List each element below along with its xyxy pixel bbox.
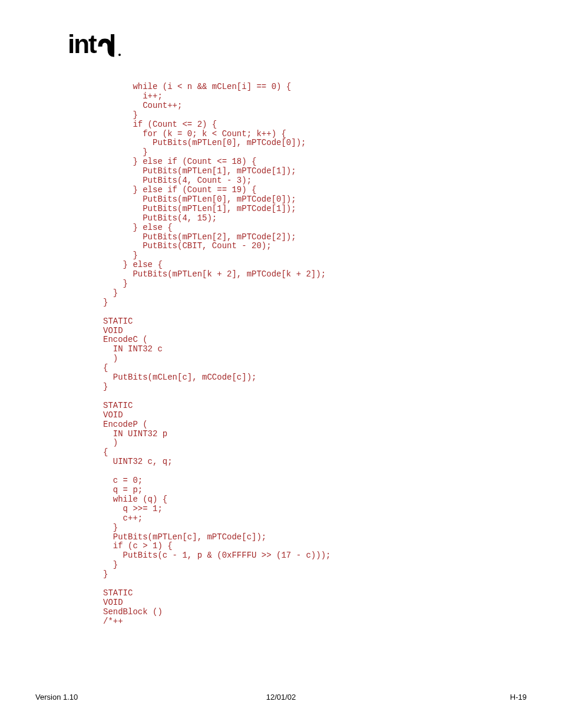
- source-code-block: while (i < n && mCLen[i] == 0) { i++; Co…: [103, 83, 527, 627]
- footer-page-number: H-19: [363, 693, 527, 701]
- svg-text:int: int: [68, 32, 97, 58]
- intel-logo: int l: [68, 32, 527, 59]
- footer-version: Version 1.10: [35, 693, 199, 701]
- document-page: int l while (i < n && mCLen[i] == 0) { i…: [0, 0, 562, 728]
- page-footer: Version 1.10 12/01/02 H-19: [35, 693, 527, 701]
- svg-point-2: [118, 54, 121, 56]
- footer-date: 12/01/02: [199, 693, 363, 701]
- intel-logo-icon: int l: [68, 32, 133, 59]
